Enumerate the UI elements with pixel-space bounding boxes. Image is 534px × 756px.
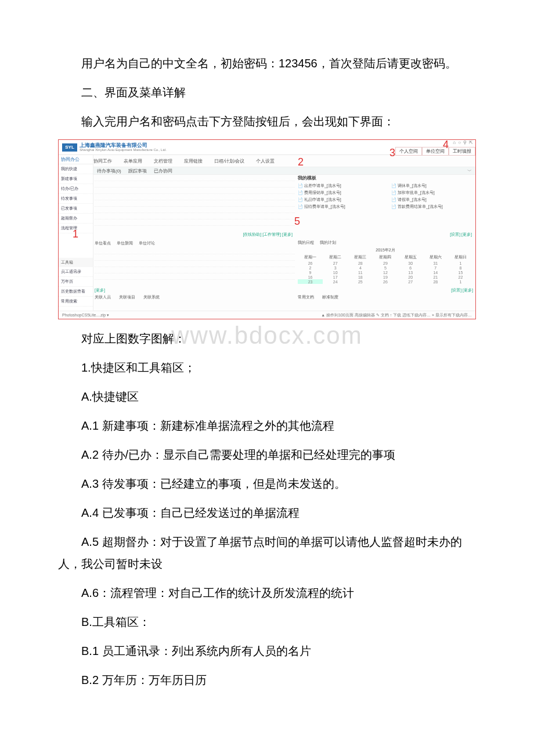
mid-links-left[interactable]: [在线协助] [工作管理] [更多] xyxy=(95,232,295,237)
nav-docs[interactable]: 文档管理 xyxy=(154,158,172,164)
calendar-day[interactable]: 1 xyxy=(448,279,473,284)
docs-common[interactable]: 常用文档 xyxy=(298,294,314,300)
unit-tab-news[interactable]: 单位新闻 xyxy=(117,240,133,246)
sidebar-item-sent[interactable]: 已发事项 xyxy=(59,204,93,214)
toolbox-contacts[interactable]: 员工通讯录 xyxy=(59,267,93,277)
para-item-A1: A.1 新建事项：新建标准单据流程之外的其他流程 xyxy=(58,415,476,437)
toolbox-history[interactable]: 历史数据查看 xyxy=(59,287,93,297)
nav-settings[interactable]: 个人设置 xyxy=(256,158,275,164)
template-item[interactable]: 招待费单请单_[流水号] xyxy=(298,204,380,210)
toolbox-calendar[interactable]: 万年历 xyxy=(59,277,93,287)
logo: SYL xyxy=(62,143,77,152)
calendar-day[interactable]: 26 xyxy=(373,279,398,284)
related-systems[interactable]: 关联系统 xyxy=(143,294,160,300)
calendar-day[interactable]: 8 xyxy=(448,265,473,270)
home-icon[interactable]: ⌂ xyxy=(453,140,456,147)
calendar-day[interactable]: 11 xyxy=(348,270,373,275)
cal-tab-schedule[interactable]: 我的日程 xyxy=(298,240,314,246)
calendar-day[interactable]: 14 xyxy=(423,270,448,275)
para-item-A5: A.5 超期督办：对于设置了单据节点时间的单据可以请他人监督超时未办的人，我公司… xyxy=(58,531,476,575)
nav-forms[interactable]: 表单应用 xyxy=(124,158,142,164)
annotation-1: 1 xyxy=(73,228,78,240)
template-item[interactable]: 费用报销单_[流水号] xyxy=(298,190,380,196)
calendar-day[interactable]: 29 xyxy=(373,261,398,265)
template-item[interactable]: 加班审批单_[流水号] xyxy=(391,190,473,196)
footer-actions[interactable]: ▲ 操作到100页面 高级编辑器 ✎ 文档 ↑ 下载 进纸下载内容… × 显示所… xyxy=(321,312,472,318)
sidebar-item-todo[interactable]: 待办/已办 xyxy=(59,184,93,194)
collapse-icon[interactable]: ﹀ xyxy=(467,168,472,174)
calendar-day[interactable]: 12 xyxy=(373,270,398,275)
more-link-left[interactable]: [更多] xyxy=(95,287,105,293)
top-icon-bar: ⌂ ○ ⚲ ⇱ xyxy=(446,140,475,147)
sidebar-item-new[interactable]: 新建事项 xyxy=(59,174,93,184)
tab-todo[interactable]: 待办事项(0) xyxy=(97,168,121,174)
calendar-day[interactable]: 16 xyxy=(298,275,323,279)
sidebar-item-overdue[interactable]: 超期督办 xyxy=(59,214,93,224)
calendar-day[interactable]: 21 xyxy=(423,275,448,279)
nav-apps[interactable]: 应用链接 xyxy=(184,158,203,164)
embedded-screenshot: 1 2 3 4 5 SYL 上海鑫燕隆汽车装备有限公司 Shanghai Xin… xyxy=(58,139,476,319)
template-item[interactable]: 礼品申请单_[流水号] xyxy=(298,197,380,203)
calendar-day[interactable]: 18 xyxy=(348,275,373,279)
related-projects[interactable]: 关联项目 xyxy=(119,294,135,300)
calendar-day[interactable]: 10 xyxy=(323,270,348,275)
calendar-day[interactable]: 20 xyxy=(398,275,423,279)
calendar-weekday: 星期四 xyxy=(373,254,398,261)
calendar-weekday: 星期三 xyxy=(348,254,373,261)
tab-personal-space[interactable]: 个人空间 xyxy=(395,147,422,156)
expand-icon[interactable]: ⇱ xyxy=(469,140,473,147)
tab-done[interactable]: 已办协同 xyxy=(154,168,172,174)
calendar-day[interactable]: 4 xyxy=(348,265,373,270)
template-item[interactable]: 请假单_[流水号] xyxy=(391,197,473,203)
calendar-day[interactable]: 31 xyxy=(423,261,448,265)
calendar-day[interactable]: 6 xyxy=(398,265,423,270)
cal-tab-plan[interactable]: 我的计划 xyxy=(320,240,336,246)
template-item[interactable]: 出差申请单_[流水号] xyxy=(298,183,380,189)
calendar-day[interactable]: 24 xyxy=(323,279,348,284)
calendar-day[interactable]: 7 xyxy=(423,265,448,270)
unit-tab-spot[interactable]: 单位看点 xyxy=(95,240,111,246)
calendar-grid: 2627282930311234567891011121314151617181… xyxy=(298,261,473,284)
unit-tab-discuss[interactable]: 单位讨论 xyxy=(139,240,155,246)
sidebar-item-pending[interactable]: 待发事项 xyxy=(59,194,93,204)
mid-links-right[interactable]: [设置] [更多] xyxy=(450,232,472,237)
calendar-day[interactable]: 22 xyxy=(448,275,473,279)
calendar-day[interactable]: 2 xyxy=(298,265,323,270)
toolbox-search[interactable]: 常用搜索 xyxy=(59,297,93,307)
calendar-day[interactable]: 30 xyxy=(398,261,423,265)
docs-panel: 常用文档 标准制度 xyxy=(298,294,473,300)
docs-standards[interactable]: 标准制度 xyxy=(322,294,338,300)
company-name-cn: 上海鑫燕隆汽车装备有限公司 xyxy=(80,143,167,149)
nav-collab[interactable]: 协同工作 xyxy=(93,158,112,164)
company-name-en: Shanghai Xinylon Auto Equipment Manufact… xyxy=(80,148,167,152)
calendar-day[interactable]: 25 xyxy=(348,279,373,284)
search-icon[interactable]: ⚲ xyxy=(463,140,467,147)
template-item[interactable]: 调休单_[流水号] xyxy=(391,183,473,189)
calendar-day[interactable]: 27 xyxy=(323,261,348,265)
tab-time-report[interactable]: 工时填报 xyxy=(449,147,475,156)
space-tabs: 个人空间 单位空间 工时填报 xyxy=(395,147,475,156)
download-chip[interactable]: PhotoshopCS5Lite....zip ▾ xyxy=(62,313,109,318)
refresh-icon[interactable]: ○ xyxy=(458,140,461,147)
tab-track[interactable]: 跟踪事项 xyxy=(128,168,147,174)
calendar-panel: 我的日程 我的计划 2015年2月 星期一星期二星期三星期四星期五星期六星期日 … xyxy=(298,239,473,286)
nav-schedule[interactable]: 日程/计划/会议 xyxy=(214,158,244,164)
calendar-day[interactable]: 27 xyxy=(398,279,423,284)
calendar-day[interactable]: 1 xyxy=(448,261,473,265)
calendar-weekday: 星期六 xyxy=(423,254,448,261)
para-item-B2: B.2 万年历：万年历日历 xyxy=(58,669,476,691)
calendar-day[interactable]: 23 xyxy=(298,279,323,284)
calendar-day[interactable]: 28 xyxy=(348,261,373,265)
calendar-day[interactable]: 17 xyxy=(323,275,348,279)
template-item[interactable]: 首款费用结算单_[流水号] xyxy=(391,204,473,210)
calendar-day[interactable]: 13 xyxy=(398,270,423,275)
calendar-day[interactable]: 9 xyxy=(298,270,323,275)
calendar-day[interactable]: 28 xyxy=(423,279,448,284)
calendar-day[interactable]: 19 xyxy=(373,275,398,279)
calendar-day[interactable]: 5 xyxy=(373,265,398,270)
calendar-day[interactable]: 15 xyxy=(448,270,473,275)
more-link-right[interactable]: [设置] [更多] xyxy=(451,287,473,293)
related-people[interactable]: 关联人员 xyxy=(95,294,111,300)
calendar-day[interactable]: 26 xyxy=(298,261,323,265)
calendar-day[interactable]: 3 xyxy=(323,265,348,270)
